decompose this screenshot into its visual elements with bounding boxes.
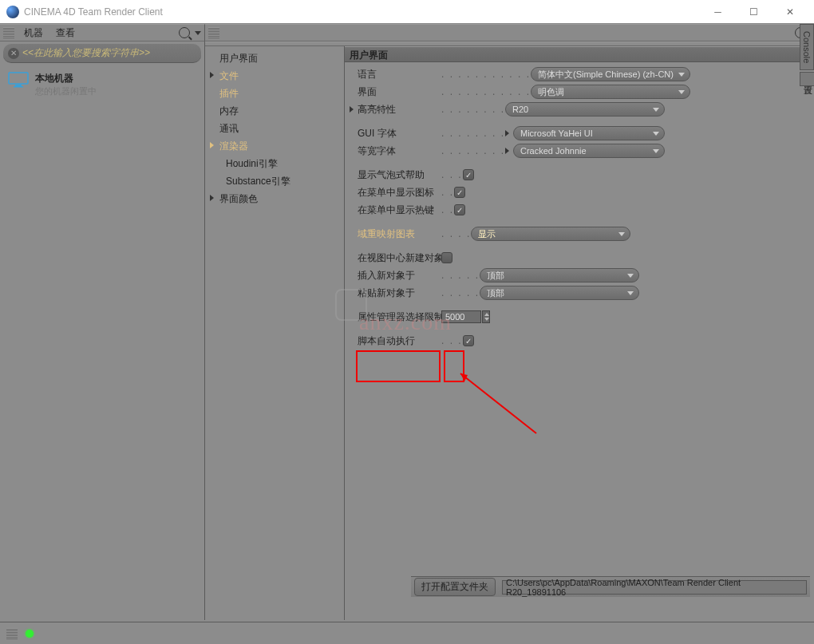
expand-icon[interactable] [505, 128, 513, 139]
clear-icon[interactable]: ✕ [8, 48, 19, 59]
minimize-button[interactable]: ─ [700, 0, 736, 23]
right-menubar [205, 24, 814, 41]
tree-node-plugin[interactable]: 插件 [205, 85, 344, 102]
tree-node-houdini[interactable]: Houdini引擎 [216, 155, 344, 172]
menu-view[interactable]: 查看 [49, 24, 81, 41]
dropdown-insertat[interactable]: 顶部 [480, 268, 639, 282]
search-field[interactable]: ✕ <<在此输入您要搜索字符串>> [3, 44, 201, 63]
tree-node-substance[interactable]: Substance引擎 [216, 172, 344, 190]
label-monofont: 等宽字体 [358, 144, 441, 158]
checkbox-newcenter[interactable] [441, 252, 452, 263]
dropdown-pasteat[interactable]: 顶部 [480, 286, 639, 300]
dropdown-iface[interactable]: 明色调 [531, 85, 690, 99]
spinner-attrlimit[interactable]: 5000 [441, 310, 481, 323]
svg-marker-4 [460, 373, 468, 381]
sidetab-console[interactable]: Console [800, 24, 814, 70]
search-placeholder: <<在此输入您要搜索字符串>> [22, 46, 196, 60]
checkbox-menuhot[interactable]: ✓ [454, 204, 465, 215]
machine-item[interactable]: 本地机器 您的机器闲置中 [0, 65, 204, 104]
svg-rect-1 [15, 85, 22, 86]
close-button[interactable]: ✕ [772, 0, 808, 23]
right-panel: 用户界面 文件 插件 内存 通讯 渲染器 Houdini引擎 Substance… [205, 41, 814, 620]
checkbox-bubble[interactable]: ✓ [463, 169, 474, 180]
expand-icon[interactable] [505, 145, 513, 156]
label-scriptauto: 脚本自动执行 [358, 334, 441, 348]
status-bar [0, 622, 814, 644]
machine-name: 本地机器 [35, 72, 97, 85]
expand-icon[interactable] [350, 104, 358, 115]
svg-rect-2 [14, 86, 23, 88]
label-highlight: 高亮特性 [358, 103, 441, 117]
highlight-box [356, 350, 441, 382]
label-iface: 界面 [358, 85, 441, 99]
label-guifont: GUI 字体 [358, 127, 441, 140]
menu-machine[interactable]: 机器 [18, 24, 49, 41]
highlight-box [444, 350, 464, 382]
tree-node-ui[interactable]: 用户界面 [205, 49, 344, 67]
footer-bar: 打开配置文件夹 C:\Users\pc\AppData\Roaming\MAXO… [411, 576, 810, 597]
dropdown-guifont[interactable]: Microsoft YaHei UI [513, 126, 665, 140]
svg-rect-0 [9, 73, 28, 84]
left-menubar: 机器 查看 [0, 24, 205, 41]
settings-form: 用户界面 语言. . . . . . . . . . . 简体中文(Simple… [345, 46, 814, 620]
label-lang: 语言 [358, 68, 441, 81]
panel-header: 用户界面 [345, 46, 814, 62]
label-pasteat: 粘贴新对象于 [358, 286, 441, 300]
category-tree: 用户界面 文件 插件 内存 通讯 渲染器 Houdini引擎 Substance… [205, 46, 345, 620]
side-tabs: Console 设置 [800, 24, 814, 88]
label-fieldmap: 域重映射图表 [358, 227, 441, 241]
dropdown-monofont[interactable]: Cracked Johnnie [513, 144, 665, 158]
monitor-icon [8, 72, 29, 90]
checkbox-scriptauto[interactable]: ✓ [463, 335, 474, 346]
tree-node-comm[interactable]: 通讯 [205, 120, 344, 137]
label-menuicon: 在菜单中显示图标 [358, 186, 441, 200]
dropdown-fieldmap[interactable]: 显示 [471, 227, 630, 241]
tree-node-renderer[interactable]: 渲染器 [205, 137, 344, 155]
dropdown-highlight[interactable]: R20 [505, 102, 665, 117]
app-icon [6, 6, 19, 18]
grip-icon[interactable] [6, 628, 18, 639]
grip-icon[interactable] [208, 27, 219, 38]
label-newcenter: 在视图中心新建对象 [358, 251, 441, 265]
search-icon[interactable] [179, 27, 190, 38]
config-path[interactable]: C:\Users\pc\AppData\Roaming\MAXON\Team R… [502, 580, 807, 595]
dropdown-lang[interactable]: 简体中文(Simple Chinese) (zh-CN) [531, 67, 690, 81]
maximize-button[interactable]: ☐ [736, 0, 772, 23]
window-titlebar: CINEMA 4D Team Render Client ─ ☐ ✕ [0, 0, 814, 24]
tree-node-uicolor[interactable]: 界面颜色 [205, 190, 344, 207]
chevron-down-icon[interactable] [195, 31, 201, 35]
label-attrlimit: 属性管理器选择限制 [358, 310, 441, 324]
grip-icon[interactable] [3, 27, 14, 38]
checkbox-menuicon[interactable]: ✓ [454, 187, 465, 198]
spinner-buttons[interactable] [482, 310, 490, 323]
svg-line-3 [460, 373, 536, 433]
sidetab-settings[interactable]: 设置 [800, 72, 814, 86]
machine-status: 您的机器闲置中 [35, 85, 97, 97]
window-title: CINEMA 4D Team Render Client [24, 6, 700, 18]
tree-node-file[interactable]: 文件 [205, 67, 344, 85]
status-indicator-icon [26, 630, 34, 638]
annotation-arrow [448, 365, 544, 445]
label-bubble: 显示气泡式帮助 [358, 168, 441, 182]
open-config-button[interactable]: 打开配置文件夹 [414, 578, 496, 596]
label-insertat: 插入新对象于 [358, 269, 441, 282]
label-menuhot: 在菜单中显示热键 [358, 203, 441, 217]
left-panel: ✕ <<在此输入您要搜索字符串>> 本地机器 您的机器闲置中 [0, 41, 205, 620]
tree-node-memory[interactable]: 内存 [205, 102, 344, 120]
